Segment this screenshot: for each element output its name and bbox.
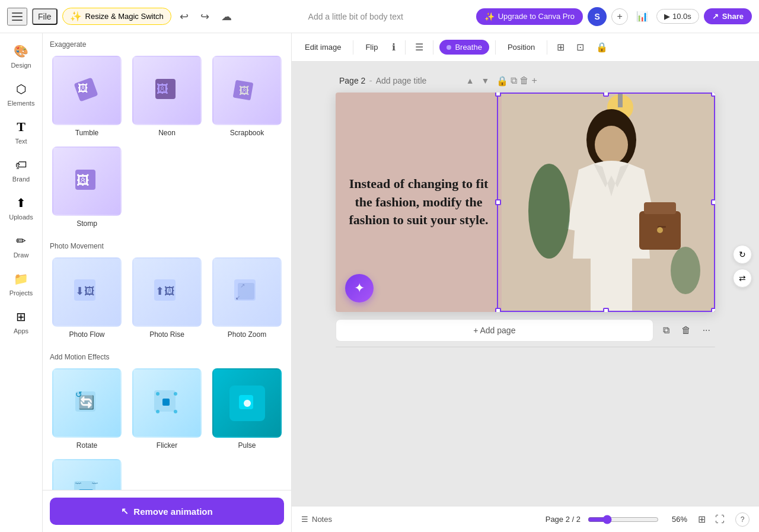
flip-button[interactable]: Flip	[359, 39, 384, 55]
right-floats: ↻ ⇄	[733, 245, 754, 288]
sidebar-item-uploads[interactable]: ⬆ Uploads	[2, 190, 40, 225]
svg-point-22	[174, 392, 177, 396]
page-lock-button[interactable]: 🔒	[496, 75, 508, 87]
crop-button[interactable]: ⊡	[573, 38, 588, 56]
breathe-button[interactable]: Breathe	[439, 40, 489, 55]
analytics-button[interactable]: 📊	[633, 7, 652, 26]
sidebar-item-design[interactable]: 🎨 Design	[2, 38, 40, 74]
anim-card-neon[interactable]: 🖼 Neon	[130, 53, 204, 139]
toolbar-divider-5	[547, 40, 547, 55]
anim-card-photo-rise[interactable]: ⬆🖼 Photo Rise	[130, 255, 204, 341]
page-down-button[interactable]: ▼	[479, 74, 492, 88]
remove-animation-button[interactable]: ↖ Remove animation	[50, 498, 284, 525]
svg-text:🖼: 🖼	[239, 85, 250, 97]
file-menu[interactable]: File	[32, 8, 58, 25]
svg-point-44	[671, 247, 700, 294]
anim-card-pulse[interactable]: Pulse	[210, 366, 284, 452]
duplicate-page-button[interactable]: ⧉	[658, 320, 674, 340]
page-area-header: Page 2 - ▲ ▼ 🔒 ⧉ 🗑 +	[304, 74, 747, 93]
brand-icon: 🏷	[13, 157, 30, 173]
scrapbook-label: Scrapbook	[230, 129, 264, 137]
menu-button[interactable]: ☰	[412, 38, 427, 56]
remove-animation-wrap: ↖ Remove animation	[43, 490, 291, 532]
sidebar-item-text[interactable]: T Text	[2, 114, 40, 149]
page-title-input[interactable]	[376, 76, 459, 85]
sidebar-item-projects[interactable]: 📁 Projects	[2, 266, 40, 301]
anim-card-photo-flow[interactable]: ⬇🖼 Photo Flow	[50, 255, 124, 341]
svg-rect-40	[644, 202, 676, 214]
breathe-indicator	[447, 45, 451, 50]
more-options-button[interactable]: ···	[698, 320, 715, 340]
svg-text:⬆🖼: ⬆🖼	[155, 285, 175, 297]
toolbar-divider-2	[405, 40, 406, 55]
right-float-refresh[interactable]: ↻	[733, 245, 752, 264]
page-delete-button[interactable]: 🗑	[519, 75, 529, 87]
pulse-thumb	[212, 368, 282, 438]
user-avatar[interactable]: S	[588, 7, 607, 26]
sidebar-label-uploads: Uploads	[9, 214, 33, 221]
preview-button[interactable]: ▶ 10.0s	[656, 9, 699, 24]
anim-card-flicker[interactable]: Flicker	[130, 366, 204, 452]
page-label: Page 2	[339, 76, 365, 85]
rotate-label: Rotate	[76, 441, 97, 450]
svg-text:⬇🖼: ⬇🖼	[75, 285, 95, 297]
text-icon: T	[13, 119, 30, 135]
transparency-button[interactable]: ⊞	[553, 38, 568, 56]
pulse-label: Pulse	[238, 441, 256, 450]
panel-scroll[interactable]: Exaggerate 🖼 Tumble 🖼 Neon 🖼	[43, 33, 291, 532]
magic-icon: ✨	[70, 11, 82, 22]
help-button[interactable]: ?	[735, 512, 750, 527]
anim-card-photo-zoom[interactable]: ↗↙ Photo Zoom	[210, 255, 284, 341]
position-button[interactable]: Position	[502, 39, 541, 55]
redo-button[interactable]: ↪	[197, 7, 213, 27]
svg-text:🖼: 🖼	[76, 173, 90, 188]
undo-button[interactable]: ↩	[176, 7, 192, 27]
tumble-thumb: 🖼	[52, 56, 122, 125]
info-button[interactable]: ℹ	[388, 38, 399, 56]
view-options: ⊞ ⛶	[694, 510, 728, 528]
magic-label: Resize & Magic Switch	[85, 12, 164, 21]
sidebar-item-draw[interactable]: ✏ Draw	[2, 228, 40, 263]
sidebar-item-apps[interactable]: ⊞ Apps	[2, 304, 40, 339]
photo-movement-grid: ⬇🖼 Photo Flow ⬆🖼 Photo Rise ↗↙ Photo Zoo…	[50, 255, 284, 341]
page-bottom-controls: + Add page ⧉ 🗑 ···	[336, 319, 715, 342]
anim-card-tumble[interactable]: 🖼 Tumble	[50, 53, 124, 139]
delete-page-button[interactable]: 🗑	[677, 320, 696, 340]
notes-button[interactable]: ☰ Notes	[301, 515, 332, 524]
magic-circle-button[interactable]: ✦	[345, 274, 374, 302]
share-label: Share	[722, 12, 744, 21]
remove-animation-label: Remove animation	[133, 506, 212, 517]
page-canvas[interactable]: Instead of changing to fit the fashion, …	[336, 93, 715, 312]
main-layout: 🎨 Design ⬡ Elements T Text 🏷 Brand ⬆ Upl…	[0, 33, 759, 532]
projects-icon: 📁	[13, 270, 30, 287]
document-title[interactable]: Add a little bit of body text	[240, 12, 471, 21]
hamburger-menu[interactable]	[7, 8, 27, 26]
fullscreen-button[interactable]: ⛶	[712, 510, 728, 528]
tumble-label: Tumble	[75, 129, 99, 137]
rotate-thumb: 🔄↺	[52, 368, 122, 438]
page-up-button[interactable]: ▲	[464, 74, 477, 88]
page-add-button[interactable]: +	[531, 75, 537, 87]
share-button[interactable]: ↗ Share	[704, 8, 752, 24]
photo-rise-thumb: ⬆🖼	[132, 257, 202, 327]
notes-drag-handle[interactable]	[336, 346, 715, 348]
upgrade-button[interactable]: ✨ Upgrade to Canva Pro	[476, 8, 583, 25]
page-duplicate-button[interactable]: ⧉	[511, 75, 517, 87]
magic-switch-button[interactable]: ✨ Resize & Magic Switch	[62, 8, 171, 25]
sidebar-label-apps: Apps	[14, 327, 28, 335]
scrapbook-thumb: 🖼	[212, 56, 282, 125]
cloud-save-button[interactable]: ☁	[218, 7, 235, 27]
zoom-slider[interactable]	[588, 515, 659, 524]
right-float-sync[interactable]: ⇄	[733, 269, 752, 288]
anim-card-stomp[interactable]: 🖼 Stomp	[50, 144, 124, 230]
grid-view-button[interactable]: ⊞	[694, 510, 709, 528]
add-collaborator-button[interactable]: +	[611, 8, 628, 25]
page-area[interactable]: Page 2 - ▲ ▼ 🔒 ⧉ 🗑 +	[292, 62, 759, 506]
edit-image-button[interactable]: Edit image	[299, 39, 347, 55]
add-page-button[interactable]: + Add page	[336, 319, 653, 342]
anim-card-scrapbook[interactable]: 🖼 Scrapbook	[210, 53, 284, 139]
lock-button[interactable]: 🔒	[592, 38, 611, 56]
sidebar-item-elements[interactable]: ⬡ Elements	[2, 76, 40, 112]
anim-card-rotate[interactable]: 🔄↺ Rotate	[50, 366, 124, 452]
sidebar-item-brand[interactable]: 🏷 Brand	[2, 152, 40, 187]
